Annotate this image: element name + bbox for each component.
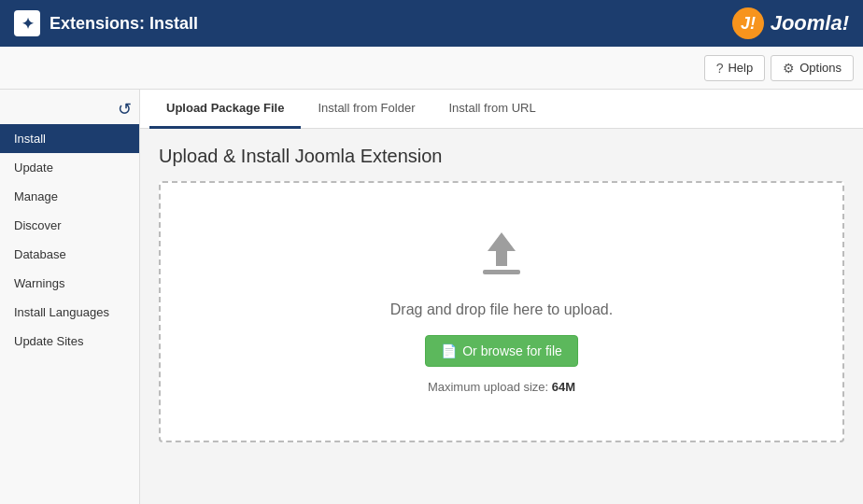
tabs-bar: Upload Package File Install from Folder …	[140, 90, 863, 129]
tab-upload-package[interactable]: Upload Package File	[149, 90, 301, 129]
sidebar-item-install-languages[interactable]: Install Languages	[0, 298, 139, 327]
tab-install-folder[interactable]: Install from Folder	[301, 90, 432, 129]
upload-size-value: 64M	[552, 380, 575, 394]
sidebar-toggle-icon[interactable]: ↺	[118, 99, 132, 119]
upload-icon	[474, 231, 530, 285]
gear-icon: ⚙	[783, 61, 795, 76]
svg-text:J!: J!	[741, 14, 756, 33]
navbar-title: Extensions: Install	[50, 14, 198, 34]
options-button[interactable]: ⚙ Options	[771, 55, 854, 81]
main-layout: ↺ Install Update Manage Discover Databas…	[0, 90, 863, 504]
joomla-logo: J! Joomla!	[731, 7, 849, 40]
upload-info-label: Maximum upload size:	[428, 380, 548, 394]
joomla-star-icon: J!	[731, 7, 765, 40]
tab-install-url[interactable]: Install from URL	[432, 90, 552, 129]
content-inner: Upload & Install Joomla Extension Drag a…	[140, 129, 863, 459]
joomla-text: Joomla!	[771, 11, 849, 35]
sidebar: ↺ Install Update Manage Discover Databas…	[0, 90, 140, 504]
content-area: Upload Package File Install from Folder …	[140, 90, 863, 504]
toolbar: ? Help ⚙ Options	[0, 47, 863, 90]
sidebar-item-database[interactable]: Database	[0, 240, 139, 269]
svg-rect-3	[483, 270, 520, 274]
help-label: Help	[728, 61, 753, 75]
sidebar-item-manage[interactable]: Manage	[0, 182, 139, 211]
sidebar-item-update[interactable]: Update	[0, 153, 139, 182]
file-icon: 📄	[441, 343, 457, 358]
navbar: ✦ Extensions: Install J! Joomla!	[0, 0, 863, 47]
extensions-icon: ✦	[14, 10, 40, 36]
tab-upload-package-label: Upload Package File	[166, 101, 284, 115]
tab-install-folder-label: Install from Folder	[318, 101, 415, 115]
browse-file-button[interactable]: 📄 Or browse for file	[425, 335, 578, 367]
upload-size-info: Maximum upload size: 64M	[428, 380, 575, 394]
page-title: Upload & Install Joomla Extension	[159, 146, 844, 167]
options-label: Options	[799, 61, 842, 75]
sidebar-item-update-sites[interactable]: Update Sites	[0, 327, 139, 356]
svg-marker-2	[488, 232, 516, 266]
sidebar-toggle: ↺	[0, 94, 139, 124]
navbar-right: J! Joomla!	[731, 7, 849, 40]
browse-btn-label: Or browse for file	[462, 343, 562, 358]
upload-dropzone[interactable]: Drag and drop file here to upload. 📄 Or …	[159, 181, 844, 442]
navbar-left: ✦ Extensions: Install	[14, 10, 198, 36]
drag-drop-text: Drag and drop file here to upload.	[390, 301, 613, 318]
sidebar-item-warnings[interactable]: Warnings	[0, 269, 139, 298]
help-button[interactable]: ? Help	[704, 55, 766, 81]
tab-install-url-label: Install from URL	[448, 101, 535, 115]
help-icon: ?	[716, 61, 724, 76]
sidebar-item-discover[interactable]: Discover	[0, 211, 139, 240]
sidebar-item-install[interactable]: Install	[0, 124, 139, 153]
